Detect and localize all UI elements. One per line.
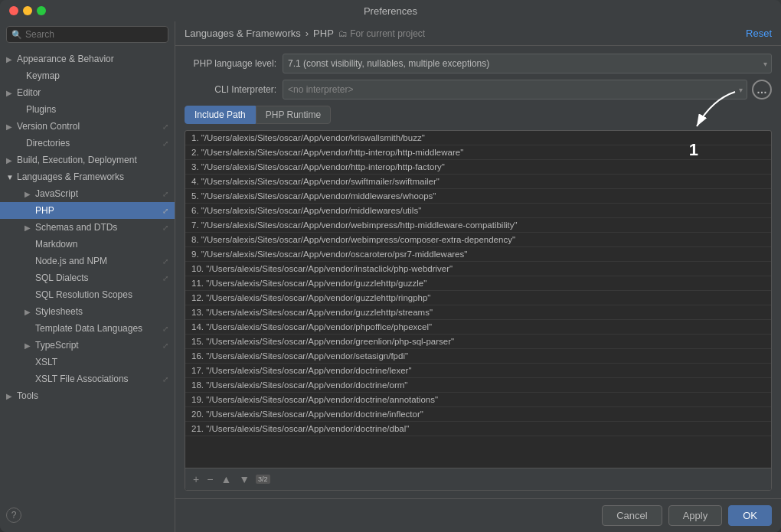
external-icon: ⤢ <box>162 190 168 198</box>
cancel-button[interactable]: Cancel <box>602 505 662 526</box>
close-button[interactable] <box>9 6 18 15</box>
minimize-button[interactable] <box>23 6 32 15</box>
tab-include-path[interactable]: Include Path <box>185 106 256 124</box>
sidebar-item-javascript[interactable]: ▶ JavaScript ⤢ <box>0 185 175 202</box>
sidebar-item-label: TypeScript <box>35 340 79 351</box>
cli-interpreter-select[interactable]: <no interpreter> <box>283 80 747 100</box>
breadcrumb-languages: Languages & Frameworks <box>185 28 301 39</box>
sidebar-item-languages-frameworks[interactable]: ▼ Languages & Frameworks <box>0 168 175 185</box>
bottom-bar: Cancel Apply OK <box>175 498 781 532</box>
list-item[interactable]: 7. "/Users/alexis/Sites/oscar/App/vendor… <box>185 218 771 233</box>
sidebar-item-label: Plugins <box>26 104 56 115</box>
add-path-button[interactable]: + <box>190 472 202 487</box>
list-item[interactable]: 19. "/Users/alexis/Sites/oscar/App/vendo… <box>185 393 771 407</box>
arrow-icon: ▶ <box>25 341 32 350</box>
list-item[interactable]: 10. "/Users/alexis/Sites/oscar/App/vendo… <box>185 262 771 276</box>
sidebar-item-label: XSLT <box>35 357 57 367</box>
arrow-icon: ▶ <box>25 190 32 198</box>
sidebar-item-xslt[interactable]: XSLT <box>0 354 175 370</box>
list-item[interactable]: 2. "/Users/alexis/Sites/oscar/App/vendor… <box>185 145 771 160</box>
external-icon: ⤢ <box>162 375 168 383</box>
sidebar-item-label: Version Control <box>17 121 80 132</box>
php-language-select[interactable]: 7.1 (const visibility, nullables, multip… <box>283 54 772 73</box>
arrow-icon: ▶ <box>25 308 32 316</box>
sidebar-item-sql-dialects[interactable]: SQL Dialects ⤢ <box>0 269 175 286</box>
list-item[interactable]: 11. "/Users/alexis/Sites/oscar/App/vendo… <box>185 276 771 291</box>
sidebar-item-template-data[interactable]: Template Data Languages ⤢ <box>0 320 175 337</box>
breadcrumb-php: PHP <box>313 28 334 39</box>
sidebar-item-xslt-file[interactable]: XSLT File Associations ⤢ <box>0 370 175 387</box>
sidebar-item-label: Languages & Frameworks <box>17 171 124 182</box>
sidebar-item-markdown[interactable]: Markdown <box>0 236 175 253</box>
sidebar-item-label: Build, Execution, Deployment <box>17 155 137 165</box>
list-item[interactable]: 4. "/Users/alexis/Sites/oscar/App/vendor… <box>185 175 771 189</box>
list-item[interactable]: 3. "/Users/alexis/Sites/oscar/App/vendor… <box>185 160 771 175</box>
interpreter-more-button[interactable]: … <box>752 80 772 100</box>
list-item[interactable]: 12. "/Users/alexis/Sites/oscar/App/vendo… <box>185 291 771 305</box>
external-icon: ⤢ <box>162 325 168 333</box>
apply-button[interactable]: Apply <box>668 505 723 526</box>
sidebar-tree: ▶ Appearance & Behavior Keymap ▶ Editor … <box>0 47 175 532</box>
arrow-icon: ▶ <box>6 392 14 400</box>
sidebar-item-nodejs[interactable]: Node.js and NPM ⤢ <box>0 253 175 269</box>
move-down-button[interactable]: ▼ <box>236 472 253 487</box>
list-toolbar: + − ▲ ▼ 3/2 <box>185 468 771 490</box>
sidebar-item-label: PHP <box>35 205 54 216</box>
ok-button[interactable]: OK <box>728 505 772 526</box>
sidebar-item-label: Keymap <box>26 70 60 81</box>
list-item[interactable]: 20. "/Users/alexis/Sites/oscar/App/vendo… <box>185 407 771 422</box>
sidebar-item-label: Stylesheets <box>35 306 83 317</box>
sidebar-item-tools[interactable]: ▶ Tools <box>0 387 175 404</box>
maximize-button[interactable] <box>37 6 46 15</box>
sidebar-item-plugins[interactable]: Plugins <box>0 101 175 118</box>
sidebar-item-typescript[interactable]: ▶ TypeScript ⤢ <box>0 337 175 354</box>
sidebar-item-appearance-behavior[interactable]: ▶ Appearance & Behavior <box>0 51 175 67</box>
include-list: 1. "/Users/alexis/Sites/oscar/App/vendor… <box>185 131 771 468</box>
search-bar[interactable]: 🔍 <box>6 26 168 43</box>
sidebar-item-directories[interactable]: Directories ⤢ <box>0 135 175 152</box>
sidebar-item-label: Node.js and NPM <box>35 256 107 266</box>
help-button[interactable]: ? <box>6 508 21 523</box>
breadcrumb-separator: › <box>306 28 309 39</box>
right-panel: Languages & Frameworks › PHP 🗂 For curre… <box>175 21 781 532</box>
sidebar-item-editor[interactable]: ▶ Editor <box>0 84 175 101</box>
list-item[interactable]: 18. "/Users/alexis/Sites/oscar/App/vendo… <box>185 378 771 393</box>
arrow-icon: ▶ <box>6 156 14 165</box>
arrow-icon: ▶ <box>6 122 14 131</box>
list-item[interactable]: 9. "/Users/alexis/Sites/oscar/App/vendor… <box>185 247 771 262</box>
remove-path-button[interactable]: − <box>204 472 216 487</box>
list-item[interactable]: 8. "/Users/alexis/Sites/oscar/App/vendor… <box>185 233 771 247</box>
list-item[interactable]: 16. "/Users/alexis/Sites/oscar/App/vendo… <box>185 349 771 364</box>
cli-interpreter-label: CLI Interpreter: <box>185 84 276 95</box>
sort-badge: 3/2 <box>256 475 270 484</box>
list-item[interactable]: 21. "/Users/alexis/Sites/oscar/App/vendo… <box>185 422 771 436</box>
tab-php-runtime[interactable]: PHP Runtime <box>256 106 331 124</box>
list-item[interactable]: 14. "/Users/alexis/Sites/oscar/App/vendo… <box>185 320 771 335</box>
list-item[interactable]: 6. "/Users/alexis/Sites/oscar/App/vendor… <box>185 204 771 218</box>
list-item[interactable]: 13. "/Users/alexis/Sites/oscar/App/vendo… <box>185 305 771 320</box>
list-item[interactable]: 17. "/Users/alexis/Sites/oscar/App/vendo… <box>185 364 771 378</box>
list-item[interactable]: 1. "/Users/alexis/Sites/oscar/App/vendor… <box>185 131 771 145</box>
sidebar-item-label: Template Data Languages <box>35 323 142 334</box>
external-icon: ⤢ <box>162 139 168 148</box>
sidebar-item-version-control[interactable]: ▶ Version Control ⤢ <box>0 118 175 135</box>
php-language-row: PHP language level: 7.1 (const visibilit… <box>185 54 772 73</box>
search-input[interactable] <box>25 29 163 40</box>
sidebar-item-build[interactable]: ▶ Build, Execution, Deployment <box>0 152 175 168</box>
sidebar-item-stylesheets[interactable]: ▶ Stylesheets <box>0 303 175 320</box>
move-up-button[interactable]: ▲ <box>217 472 234 487</box>
list-item[interactable]: 5. "/Users/alexis/Sites/oscar/App/vendor… <box>185 189 771 204</box>
tabs-row: Include Path PHP Runtime <box>185 106 772 124</box>
external-icon: ⤢ <box>162 122 168 131</box>
arrow-icon: ▶ <box>25 224 32 232</box>
list-item[interactable]: 15. "/Users/alexis/Sites/oscar/App/vendo… <box>185 335 771 349</box>
sidebar-item-keymap[interactable]: Keymap <box>0 67 175 84</box>
sidebar-item-label: SQL Resolution Scopes <box>35 289 132 300</box>
sidebar-item-schemas-dtds[interactable]: ▶ Schemas and DTDs ⤢ <box>0 219 175 236</box>
sidebar-item-php[interactable]: PHP ⤢ <box>0 202 175 219</box>
sidebar-item-label: Tools <box>17 390 38 401</box>
sidebar-item-label: Editor <box>17 87 41 98</box>
sidebar-item-sql-resolution[interactable]: SQL Resolution Scopes <box>0 286 175 303</box>
reset-button[interactable]: Reset <box>746 28 772 39</box>
sidebar-item-label: SQL Dialects <box>35 273 89 283</box>
